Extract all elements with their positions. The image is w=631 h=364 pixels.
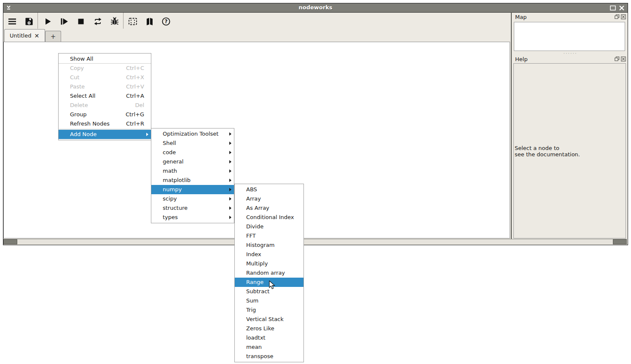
- menu-item-label: Range: [246, 278, 263, 287]
- menu-item-label: mean: [246, 343, 262, 352]
- submenu-arrow-icon: [229, 188, 231, 191]
- run-from-button[interactable]: [57, 15, 71, 28]
- add-node-menu-item-structure[interactable]: structure: [151, 203, 234, 213]
- menu-item-shortcut: Ctrl+R: [126, 119, 151, 128]
- debug-button[interactable]: [108, 15, 121, 28]
- menu-item-label: Subtract: [246, 287, 269, 296]
- menu-item-label: Multiply: [246, 259, 268, 268]
- numpy-menu-item-trig[interactable]: Trig: [235, 305, 303, 315]
- mouse-cursor: [269, 281, 276, 290]
- numpy-menu-item-transpose[interactable]: transpose: [235, 352, 303, 361]
- close-box-icon[interactable]: [621, 56, 626, 62]
- dock-splitter[interactable]: [511, 12, 512, 239]
- menu-item-shortcut: Del: [135, 101, 151, 110]
- submenu-arrow-icon: [229, 142, 231, 145]
- submenu-arrow-icon: [229, 151, 231, 154]
- menu-item-label: Random array: [246, 268, 285, 278]
- desktop: nodeworks: [0, 0, 631, 364]
- menu-item-label: As Array: [246, 203, 269, 213]
- submenu-arrow-icon: [229, 179, 231, 182]
- submenu-arrow-icon: [229, 206, 231, 210]
- context-menu: Show AllCopyCtrl+CCutCtrl+XPasteCtrl+VSe…: [58, 53, 151, 140]
- context-menu-item-select-all[interactable]: Select AllCtrl+A: [59, 91, 151, 101]
- menu-item-label: Histogram: [246, 241, 274, 250]
- numpy-menu-item-array[interactable]: Array: [235, 194, 303, 203]
- stop-icon: [76, 16, 86, 27]
- loop-icon: [93, 16, 103, 27]
- float-icon[interactable]: [615, 14, 620, 19]
- add-node-menu-item-matplotlib[interactable]: matplotlib: [151, 176, 234, 185]
- save-button[interactable]: [22, 15, 36, 28]
- horizontal-scrollbar[interactable]: [3, 239, 627, 244]
- menu-button[interactable]: [5, 15, 19, 28]
- float-icon[interactable]: [615, 56, 620, 62]
- titlebar[interactable]: nodeworks: [3, 3, 628, 13]
- context-menu-item-delete: DeleteDel: [59, 101, 151, 110]
- context-menu-item-refresh-nodes[interactable]: Refresh NodesCtrl+R: [59, 119, 151, 128]
- submenu-arrow-icon: [229, 132, 231, 136]
- add-node-menu-item-types[interactable]: types: [151, 213, 234, 222]
- menu-item-label: Cut: [70, 73, 79, 82]
- menu-item-label: transpose: [246, 352, 273, 361]
- menu-item-shortcut: Ctrl+A: [126, 91, 151, 101]
- add-node-menu-item-general[interactable]: general: [151, 157, 234, 166]
- numpy-submenu: ABSArrayAs ArrayConditional IndexDivideF…: [234, 184, 304, 362]
- map-button[interactable]: [143, 15, 156, 28]
- maximize-icon[interactable]: [609, 5, 617, 11]
- context-menu-item-group[interactable]: GroupCtrl+G: [59, 110, 151, 119]
- numpy-menu-item-index[interactable]: Index: [235, 250, 303, 259]
- numpy-menu-item-loadtxt[interactable]: loadtxt: [235, 333, 303, 343]
- menu-item-label: types: [163, 213, 178, 222]
- context-menu-item-paste: PasteCtrl+V: [59, 82, 151, 91]
- fit-view-icon: [127, 16, 138, 27]
- numpy-menu-item-as-array[interactable]: As Array: [235, 203, 303, 213]
- menu-item-shortcut: Ctrl+C: [126, 64, 151, 73]
- numpy-menu-item-histogram[interactable]: Histogram: [235, 241, 303, 250]
- run-button[interactable]: [41, 15, 54, 28]
- plus-icon: +: [51, 33, 56, 40]
- context-menu-item-copy: CopyCtrl+C: [59, 64, 151, 73]
- scrollbar-thumb[interactable]: [3, 239, 17, 244]
- help-button[interactable]: ?: [159, 15, 173, 28]
- numpy-menu-item-abs[interactable]: ABS: [235, 185, 303, 194]
- tab-untitled[interactable]: Untitled ✕: [4, 29, 45, 42]
- panel-splitter-handle[interactable]: ······: [551, 51, 589, 56]
- help-placeholder-text: Select a node to see the documentation.: [515, 145, 580, 158]
- menu-item-label: matplotlib: [163, 176, 191, 185]
- submenu-arrow-icon: [146, 133, 148, 136]
- svg-text:?: ?: [165, 19, 168, 24]
- new-tab-button[interactable]: +: [45, 31, 61, 42]
- context-menu-item-show-all[interactable]: Show All: [59, 54, 151, 64]
- numpy-menu-item-sum[interactable]: Sum: [235, 296, 303, 305]
- add-node-menu-item-math[interactable]: math: [151, 166, 234, 176]
- add-node-menu-item-numpy[interactable]: numpy: [151, 185, 234, 194]
- menu-item-label: ABS: [246, 185, 257, 194]
- numpy-menu-item-fft[interactable]: FFT: [235, 231, 303, 241]
- numpy-menu-item-multiply[interactable]: Multiply: [235, 259, 303, 268]
- close-box-icon[interactable]: [621, 14, 626, 19]
- close-icon[interactable]: [618, 5, 626, 11]
- tab-close-icon[interactable]: ✕: [34, 32, 39, 39]
- add-node-menu-item-shell[interactable]: Shell: [151, 139, 234, 148]
- context-menu-item-add-node[interactable]: Add Node: [59, 130, 151, 139]
- stop-button[interactable]: [74, 15, 88, 28]
- numpy-menu-item-conditional-index[interactable]: Conditional Index: [235, 213, 303, 222]
- add-node-menu-item-scipy[interactable]: scipy: [151, 194, 234, 203]
- add-node-menu-item-optimization-toolset[interactable]: Optimization Toolset: [151, 129, 234, 139]
- add-node-menu-item-code[interactable]: code: [151, 148, 234, 157]
- numpy-menu-item-mean[interactable]: mean: [235, 343, 303, 352]
- loop-button[interactable]: [91, 15, 105, 28]
- numpy-menu-item-divide[interactable]: Divide: [235, 222, 303, 231]
- menu-item-label: Paste: [70, 82, 85, 91]
- menu-item-label: Copy: [70, 64, 84, 73]
- numpy-menu-item-vertical-stack[interactable]: Vertical Stack: [235, 315, 303, 324]
- scrollbar-end-block[interactable]: [613, 239, 627, 244]
- map-panel-buttons: [615, 14, 626, 19]
- tab-label: Untitled: [10, 32, 31, 39]
- map-view[interactable]: [514, 22, 625, 51]
- help-panel-buttons: [615, 56, 626, 62]
- numpy-menu-item-random-array[interactable]: Random array: [235, 268, 303, 278]
- menu-item-label: math: [163, 166, 177, 176]
- fit-view-button[interactable]: [126, 15, 140, 28]
- numpy-menu-item-zeros-like[interactable]: Zeros Like: [235, 324, 303, 333]
